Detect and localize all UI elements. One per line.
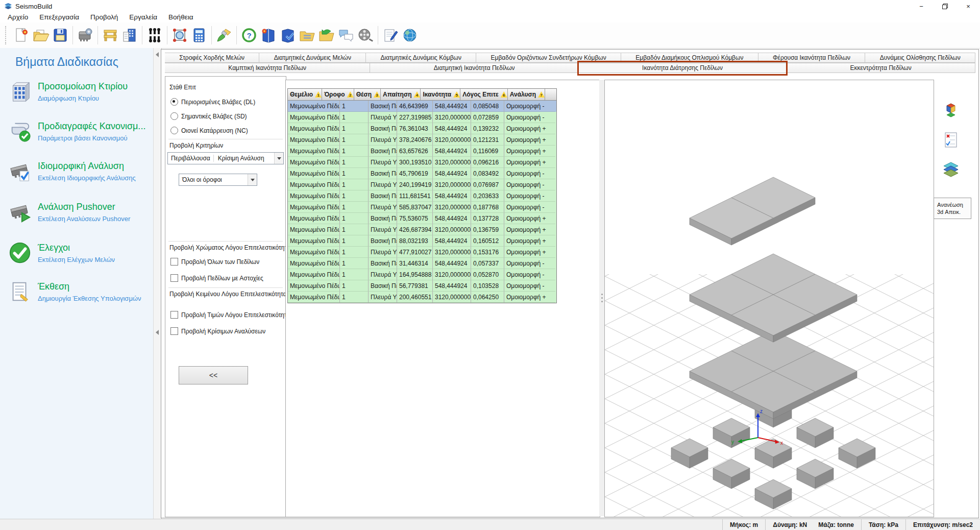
tab[interactable]: Διατμητική Ικανότητα Πεδίλων — [370, 63, 578, 73]
import-icon[interactable] — [317, 25, 336, 45]
column-header[interactable]: Ανάλυση7 — [508, 89, 545, 100]
menu-item[interactable]: Αρχείο — [2, 12, 34, 22]
processor-settings-icon[interactable] — [76, 25, 95, 45]
column-header[interactable]: Απαίτηση4 — [381, 89, 421, 100]
table-row[interactable]: Μεμονωμένο Πέδιλο1Πλευρά Υπ240,199419312… — [288, 179, 556, 190]
structural-model-icon[interactable] — [120, 25, 139, 45]
table-row[interactable]: Μεμονωμένο Πέδιλο1Βασική Περ63,657626548… — [288, 146, 556, 157]
table-row[interactable]: Μεμονωμένο Πέδιλο1Πλευρά Υπ378,240676312… — [288, 134, 556, 146]
table-row[interactable]: Μεμονωμένο Πέδιλο1Βασική Περ46,643969548… — [288, 101, 556, 112]
limit-state-radio[interactable]: Περιορισμένες Βλάβες (DL) — [170, 98, 255, 106]
sidebar-step-code-requirements[interactable]: Προδιαγραφές Κανονισμ...Παράμετροι βάσει… — [7, 113, 150, 149]
table-row[interactable]: Μεμονωμένο Πέδιλο1Βασική Περ45,790619548… — [288, 168, 556, 179]
scroll-up-arrow[interactable] — [156, 52, 159, 57]
column-header[interactable]: Όροφο2 — [322, 89, 354, 100]
tab[interactable]: Διατμητικές Δυνάμεις Κόμβων — [366, 53, 476, 63]
web-icon[interactable] — [400, 25, 420, 45]
refresh-3d-button[interactable]: Ανανέωση 3d Απεικ. — [934, 198, 971, 219]
column-header[interactable]: Θέση3 — [354, 89, 381, 100]
feedback-icon[interactable] — [336, 25, 356, 45]
tab[interactable]: Εμβαδόν Οριζόντιων Συνδετήρων Κόμβων — [476, 53, 621, 63]
restore-button[interactable] — [933, 0, 957, 12]
help-icon[interactable]: ? — [239, 25, 259, 45]
menu-item[interactable]: Βοήθεια — [163, 12, 199, 22]
table-row[interactable]: Μεμονωμένο Πέδιλο1Πλευρά Υπ227,319985312… — [288, 112, 556, 123]
checkbox-row[interactable]: Προβολή Πεδίλων με Αστοχίες — [170, 274, 263, 282]
project-folder-icon[interactable] — [298, 25, 317, 45]
chevron-down-icon[interactable] — [274, 153, 283, 164]
sidebar-step-checks[interactable]: ΈλεγχοιΕκτέλεση Ελέγχων Μελών — [7, 235, 150, 271]
close-button[interactable]: × — [957, 0, 980, 12]
column-header[interactable]: Λόγος Επιτε6 — [460, 89, 508, 100]
modal-analysis-icon[interactable] — [145, 25, 164, 45]
menu-item[interactable]: Επεξεργασία — [34, 12, 85, 22]
panel-splitter[interactable] — [599, 80, 604, 516]
layers-icon[interactable] — [941, 159, 961, 179]
tab[interactable]: Εμβαδόν Διαμήκους Οπλισμού Κόμβων — [621, 53, 758, 63]
new-file-icon[interactable] — [12, 25, 31, 45]
tab[interactable]: Στροφές Χορδής Μελών — [165, 53, 259, 63]
menu-item[interactable]: Προβολή — [85, 12, 124, 22]
open-project-icon[interactable] — [31, 25, 51, 45]
collapse-arrow[interactable] — [156, 330, 159, 335]
verify-icon[interactable] — [278, 25, 298, 45]
collapse-panel-button[interactable]: << — [179, 366, 248, 384]
sort-badge: 3 — [374, 91, 380, 98]
checkbox-row[interactable]: Προβολή Όλων των Πεδίλων — [170, 258, 259, 266]
step-title: Έλεγχοι — [38, 243, 115, 253]
report-icon[interactable] — [381, 25, 400, 45]
table-row[interactable]: Μεμονωμένο Πέδιλο1Βασική Περ111,68154154… — [288, 190, 556, 202]
axes-3d-icon[interactable] — [941, 101, 961, 121]
menu-bar: ΑρχείοΕπεξεργασίαΠροβολήΕργαλείαΒοήθεια — [0, 12, 980, 22]
table-row[interactable]: Μεμονωμένο Πέδιλο1Βασική Περ31,446314548… — [288, 258, 556, 269]
limit-state-radio[interactable]: Οιονεί Κατάρρευση (NC) — [170, 127, 248, 134]
status-length: Μήκος: m — [722, 519, 765, 530]
checkbox-row[interactable]: Προβολή Κρίσιμων Αναλύσεων — [170, 327, 265, 335]
sidebar-step-eigenvalue-analysis[interactable]: Ιδιομορφική ΑνάλυσηΕκτέλεση Ιδιομορφικής… — [7, 153, 150, 189]
calculator-icon[interactable] — [189, 25, 209, 45]
building-modeller-icon[interactable] — [101, 25, 120, 45]
tab[interactable]: Εκκεντρότητα Πεδίλων — [787, 63, 975, 73]
3d-viewport[interactable]: z x y — [604, 80, 934, 517]
minimize-button[interactable]: − — [910, 0, 933, 12]
sidebar-step-building-modelling[interactable]: Προσομοίωση ΚτιρίουΔιαμόρφωση Κτιρίου — [7, 74, 150, 109]
table-row[interactable]: Μεμονωμένο Πέδιλο1Πλευρά Υπ585,837047312… — [288, 202, 556, 213]
application-window: SeismoBuild − × ΑρχείοΕπεξεργασίαΠροβολή… — [0, 0, 980, 530]
table-row[interactable]: Μεμονωμένο Πέδιλο1Βασική Περ88,032193548… — [288, 235, 556, 247]
toolbar-separator — [97, 26, 98, 44]
envelope-combo[interactable]: Περιβάλλουσα Κρίσιμη Ανάλυση — [167, 152, 284, 164]
tab[interactable]: Καμπτική Ικανότητα Πεδίλων — [165, 63, 370, 73]
tab[interactable]: Διατμητικές Δυνάμεις Μελών — [259, 53, 366, 63]
tab[interactable]: Φέρουσα Ικανότητα Πεδίλων — [758, 53, 866, 63]
status-force-mass: Δύναμη: kNΜάζα: tonne — [765, 519, 861, 530]
table-row[interactable]: Μεμονωμένο Πέδιλο1Πλευρά Υπ164,954888312… — [288, 269, 556, 280]
display-options-icon[interactable] — [214, 25, 234, 45]
save-icon[interactable] — [51, 25, 70, 45]
model-view-icon[interactable] — [170, 25, 189, 45]
table-row[interactable]: Μεμονωμένο Πέδιλο1Πλευρά Υπ426,687394312… — [288, 224, 556, 235]
menu-item[interactable]: Εργαλεία — [124, 12, 163, 22]
table-row[interactable]: Μεμονωμένο Πέδιλο1Βασική Περ76,361043548… — [288, 123, 556, 134]
table-row[interactable]: Μεμονωμένο Πέδιλο1Πλευρά Υπ200,460551312… — [288, 292, 556, 303]
limit-state-radio[interactable]: Σημαντικές Βλάβες (SD) — [170, 112, 247, 120]
table-row[interactable]: Μεμονωμένο Πέδιλο1Βασική Περ75,536075548… — [288, 213, 556, 224]
tab[interactable]: Ικανότητα Διάτρησης Πεδίλων — [579, 63, 787, 73]
processor-play-icon — [7, 199, 33, 225]
step-subtitle: Παράμετροι βάσει Κανονισμού — [38, 134, 145, 142]
toolbar-grip[interactable] — [5, 26, 8, 44]
table-row[interactable]: Μεμονωμένο Πέδιλο1Βασική Περ56,779381548… — [288, 280, 556, 292]
sidebar-step-report[interactable]: ΈκθεσηΔημιουργία Έκθεσης Υπολογισμών — [7, 274, 150, 309]
sidebar-heading: Βήματα Διαδικασίας — [15, 55, 153, 69]
chevron-down-icon[interactable] — [248, 174, 257, 185]
table-row[interactable]: Μεμονωμένο Πέδιλο1Πλευρά Υπ477,910027312… — [288, 247, 556, 258]
checklist-icon[interactable] — [941, 130, 961, 150]
sidebar-step-pushover-analysis[interactable]: Ανάλυση PushoverΕκτέλεση Αναλύσεων Pusho… — [7, 194, 150, 230]
column-header[interactable]: Θεμέλιο1 — [288, 89, 322, 100]
table-row[interactable]: Μεμονωμένο Πέδιλο1Πλευρά Υπ300,193510312… — [288, 157, 556, 168]
storeys-combo[interactable]: Όλοι οι όροφοι — [179, 174, 257, 186]
tab[interactable]: Δυνάμεις Ολίσθησης Πεδίλων — [865, 53, 975, 63]
manual-icon[interactable] — [259, 25, 278, 45]
video-icon[interactable] — [356, 25, 375, 45]
column-header[interactable]: Ικανότητα5 — [421, 89, 460, 100]
checkbox-row[interactable]: Προβολή Τιμών Λόγου Επιτελεστικότητας — [170, 311, 293, 319]
